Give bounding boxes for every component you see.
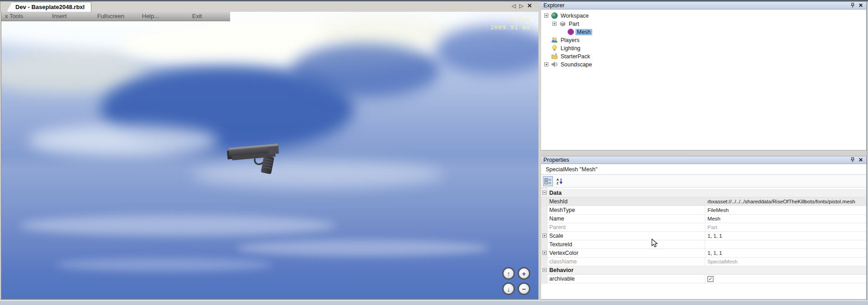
explorer-tree: +Workspace+PartMeshPlayersLightingStarte… (541, 9, 867, 150)
explorer-panel-header: Explorer ✕ (541, 1, 867, 9)
property-category-data[interactable]: −Data (541, 189, 866, 197)
collapse-toggle-icon[interactable]: − (542, 191, 547, 195)
svg-text:Z: Z (557, 182, 559, 185)
3d-viewport[interactable]: x ToolsInsertFullscreenHelp...Exit 0 fps… (1, 12, 538, 300)
explorer-title: Explorer (543, 2, 565, 9)
cloud-blob (28, 125, 218, 156)
cloud-streak (56, 258, 273, 272)
zoom-in-button[interactable]: + (518, 267, 530, 280)
property-value[interactable] (705, 240, 866, 249)
property-name: Scale (549, 232, 704, 240)
property-name: MeshType (549, 206, 704, 215)
property-row-archivable[interactable]: archivable✓ (541, 275, 866, 283)
tab-next-icon[interactable]: ▷ (519, 3, 524, 9)
tab-prev-icon[interactable]: ◁ (512, 3, 516, 9)
sort-alphabetical-button[interactable]: A Z (555, 176, 565, 186)
tilt-down-button[interactable]: ↓ (502, 282, 515, 295)
property-value[interactable]: SpecialMesh (705, 258, 866, 266)
tree-item-label: Lighting (559, 45, 582, 52)
property-value[interactable]: 1, 1, 1 (705, 249, 866, 258)
players-icon (551, 37, 558, 43)
tilt-up-button[interactable]: ↑ (502, 267, 515, 280)
property-name: archivable (549, 275, 704, 283)
cloud-streak (236, 240, 490, 256)
menu-item-x-tools[interactable]: x Tools (5, 13, 23, 19)
document-tab-bar: Dev - Baseplate2048.rbxl ◁ ▷ ✕ (0, 1, 538, 12)
properties-toolbar: A Z (541, 175, 867, 188)
pistol-mesh-model[interactable] (226, 139, 292, 176)
menu-item-fullscreen[interactable]: Fullscreen (97, 13, 124, 19)
properties-title: Properties (543, 157, 569, 163)
expand-toggle-icon[interactable]: + (544, 62, 548, 66)
tree-item-part[interactable]: +Part (541, 20, 866, 28)
tree-item-lighting[interactable]: Lighting (541, 44, 866, 52)
pin-icon[interactable] (849, 3, 856, 9)
selected-object-label: SpecialMesh "Mesh" (541, 164, 867, 175)
panel-splitter[interactable] (538, 1, 541, 300)
tree-item-mesh[interactable]: Mesh (541, 28, 866, 36)
mesh-icon (567, 28, 574, 35)
property-value[interactable]: Mesh (705, 215, 866, 223)
property-row-scale[interactable]: +Scale1, 1, 1 (541, 232, 866, 240)
menu-item-help[interactable]: Help... (142, 13, 159, 19)
game-menu-bar: x ToolsInsertFullscreenHelp...Exit (1, 12, 230, 21)
zoom-out-button[interactable]: − (518, 282, 530, 295)
property-row-vertexcolor[interactable]: +VertexColor1, 1, 1 (541, 249, 866, 258)
collapse-toggle-icon[interactable]: − (542, 268, 547, 272)
menu-item-exit[interactable]: Exit (192, 13, 202, 19)
tab-close-icon[interactable]: ✕ (527, 2, 532, 9)
property-name: MeshId (549, 197, 704, 206)
part-icon (559, 20, 566, 27)
property-category-behavior[interactable]: −Behavior (541, 266, 866, 275)
tree-item-label: Soundscape (559, 61, 594, 68)
dark-sky-patch (291, 43, 440, 98)
property-row-textureid[interactable]: TextureId (541, 240, 866, 249)
property-row-parent[interactable]: ParentPart (541, 223, 866, 232)
property-name: VertexColor (549, 249, 704, 258)
property-row-meshid[interactable]: MeshIdrbxasset://../../../shareddata/Ris… (541, 197, 866, 206)
property-value[interactable]: 1, 1, 1 (705, 232, 866, 240)
svg-text:A: A (557, 178, 559, 181)
property-row-classname[interactable]: classNameSpecialMesh (541, 258, 866, 266)
property-row-meshtype[interactable]: MeshTypeFileMesh (541, 206, 866, 215)
category-label: Data (549, 190, 561, 196)
starterpack-icon (551, 53, 558, 60)
soundscape-icon (551, 61, 558, 68)
property-row-name[interactable]: NameMesh (541, 215, 866, 223)
property-name: TextureId (549, 240, 704, 249)
close-icon[interactable]: ✕ (858, 3, 864, 9)
expand-toggle-icon[interactable]: + (542, 234, 547, 238)
archivable-checkbox[interactable]: ✓ (708, 276, 713, 282)
tree-item-starterpack[interactable]: StarterPack (541, 52, 866, 61)
tree-item-workspace[interactable]: +Workspace (541, 12, 866, 20)
tree-item-soundscape[interactable]: +Soundscape (541, 61, 866, 69)
cloud-streak (19, 215, 336, 236)
window-bottom-strip (0, 300, 868, 305)
properties-panel-header: Properties ✕ (541, 156, 867, 164)
property-value[interactable]: FileMesh (705, 206, 866, 215)
menu-item-insert[interactable]: Insert (52, 13, 67, 19)
expand-toggle-icon[interactable]: + (542, 251, 547, 255)
cloud-blob (318, 16, 453, 48)
workspace-icon (551, 12, 558, 19)
dark-sky-patch (435, 25, 538, 75)
tree-item-players[interactable]: Players (541, 36, 866, 44)
tree-item-label: Mesh (576, 29, 592, 35)
close-icon[interactable]: ✕ (858, 157, 864, 163)
category-label: Behavior (549, 267, 574, 273)
categorized-view-button[interactable] (543, 176, 553, 186)
property-value[interactable]: Part (705, 223, 866, 232)
tree-item-label: Part (567, 21, 580, 27)
property-value[interactable]: ✓ (705, 275, 866, 283)
camera-controls: ↑+↓− (502, 267, 530, 295)
latency-counter: 2009.91 ms (491, 23, 530, 32)
document-tab[interactable]: Dev - Baseplate2048.rbxl (7, 2, 91, 12)
expand-toggle-icon[interactable]: + (544, 14, 548, 18)
property-grid: −DataMeshIdrbxasset://../../../shareddat… (541, 188, 867, 300)
performance-readout: 0 fps 2009.91 ms (491, 15, 530, 32)
pin-icon[interactable] (849, 157, 856, 163)
property-value[interactable]: rbxasset://../../../shareddata/RiseOfThe… (705, 197, 866, 206)
tree-item-label: Players (559, 37, 581, 43)
expand-toggle-icon[interactable]: + (552, 22, 557, 26)
property-name: Name (549, 215, 704, 223)
